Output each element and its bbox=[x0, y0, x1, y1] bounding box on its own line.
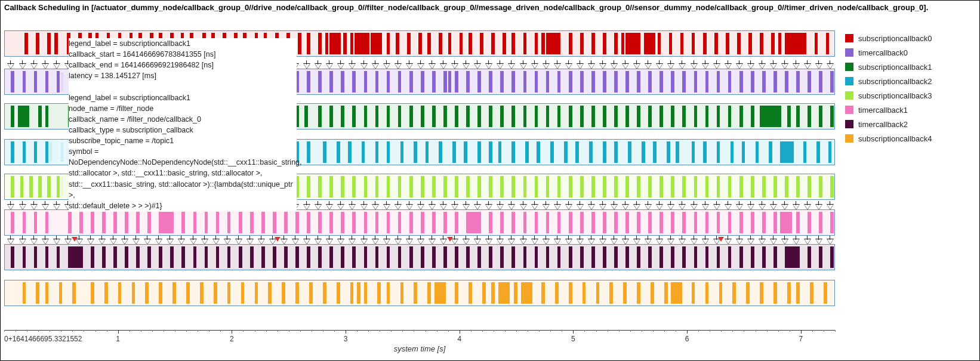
callback-span[interactable] bbox=[830, 212, 834, 233]
callback-span[interactable] bbox=[375, 212, 379, 233]
callback-span[interactable] bbox=[443, 71, 447, 92]
callback-span[interactable] bbox=[375, 176, 379, 198]
callback-span[interactable] bbox=[172, 282, 176, 304]
callback-span[interactable] bbox=[614, 71, 618, 92]
callback-span[interactable] bbox=[455, 71, 458, 92]
callback-span[interactable] bbox=[760, 33, 763, 54]
callback-span[interactable] bbox=[295, 71, 299, 92]
callback-span[interactable] bbox=[732, 282, 736, 304]
callback-span[interactable] bbox=[569, 106, 572, 127]
callback-span[interactable] bbox=[268, 282, 272, 304]
callback-span[interactable] bbox=[824, 282, 827, 304]
callback-span[interactable] bbox=[23, 141, 26, 163]
callback-span[interactable] bbox=[569, 71, 572, 92]
callback-span[interactable] bbox=[11, 71, 14, 92]
callback-span[interactable] bbox=[68, 212, 72, 233]
callback-span[interactable] bbox=[541, 282, 545, 304]
callback-span[interactable] bbox=[193, 246, 197, 268]
callback-span[interactable] bbox=[24, 33, 28, 54]
callback-span[interactable] bbox=[150, 33, 153, 54]
callback-span[interactable] bbox=[352, 71, 356, 92]
callback-span[interactable] bbox=[660, 71, 663, 92]
callback-span[interactable] bbox=[511, 212, 515, 233]
callback-span[interactable] bbox=[318, 106, 322, 127]
callback-span[interactable] bbox=[295, 282, 299, 304]
callback-span[interactable] bbox=[398, 176, 402, 198]
callback-span[interactable] bbox=[717, 141, 720, 163]
callback-span[interactable] bbox=[202, 33, 206, 54]
callback-span[interactable] bbox=[477, 106, 481, 127]
callback-span[interactable] bbox=[591, 246, 595, 268]
callback-span[interactable] bbox=[564, 141, 568, 163]
callback-span[interactable] bbox=[334, 33, 338, 54]
callback-span[interactable] bbox=[323, 141, 326, 163]
callback-span[interactable] bbox=[318, 176, 322, 198]
callback-span[interactable] bbox=[790, 33, 793, 54]
callback-span[interactable] bbox=[819, 176, 822, 198]
callback-span[interactable] bbox=[694, 212, 698, 233]
callback-span[interactable] bbox=[181, 33, 184, 54]
callback-span[interactable] bbox=[159, 212, 170, 233]
callback-span[interactable] bbox=[819, 106, 822, 127]
callback-span[interactable] bbox=[630, 33, 634, 54]
callback-span[interactable] bbox=[118, 33, 122, 54]
callback-span[interactable] bbox=[580, 176, 584, 198]
callback-span[interactable] bbox=[569, 212, 572, 233]
callback-span[interactable] bbox=[259, 106, 263, 127]
callback-span[interactable] bbox=[500, 212, 504, 233]
callback-span[interactable] bbox=[694, 71, 698, 92]
callback-span[interactable] bbox=[523, 246, 527, 268]
callback-span[interactable] bbox=[255, 282, 258, 304]
callback-span[interactable] bbox=[432, 106, 436, 127]
callback-span[interactable] bbox=[728, 106, 732, 127]
callback-span[interactable] bbox=[648, 71, 652, 92]
callback-span[interactable] bbox=[717, 246, 720, 268]
callback-span[interactable] bbox=[443, 212, 447, 233]
callback-span[interactable] bbox=[830, 71, 834, 92]
callback-span[interactable] bbox=[491, 33, 495, 54]
callback-span[interactable] bbox=[728, 246, 732, 268]
callback-span[interactable] bbox=[739, 176, 743, 198]
plot-area[interactable] bbox=[4, 20, 835, 330]
callback-span[interactable] bbox=[329, 176, 333, 198]
callback-span[interactable] bbox=[603, 71, 606, 92]
callback-span[interactable] bbox=[432, 212, 436, 233]
callback-span[interactable] bbox=[694, 246, 698, 268]
callback-span[interactable] bbox=[47, 33, 51, 54]
legend-item-timercallback2[interactable]: timercallback2 bbox=[845, 118, 970, 131]
callback-span[interactable] bbox=[38, 106, 42, 127]
callback-span[interactable] bbox=[78, 33, 82, 54]
callback-span[interactable] bbox=[762, 246, 766, 268]
callback-span[interactable] bbox=[341, 246, 344, 268]
callback-span[interactable] bbox=[307, 176, 310, 198]
callback-span[interactable] bbox=[102, 212, 106, 233]
callback-span[interactable] bbox=[157, 106, 161, 127]
callback-span[interactable] bbox=[307, 33, 310, 54]
callback-span[interactable] bbox=[557, 33, 561, 54]
callback-span[interactable] bbox=[11, 106, 14, 127]
callback-span[interactable] bbox=[778, 106, 782, 127]
callback-span[interactable] bbox=[751, 212, 754, 233]
callback-span[interactable] bbox=[528, 282, 531, 304]
callback-span[interactable] bbox=[503, 33, 506, 54]
callback-span[interactable] bbox=[796, 176, 800, 198]
callback-span[interactable] bbox=[660, 246, 663, 268]
callback-span[interactable] bbox=[91, 212, 94, 233]
callback-span[interactable] bbox=[810, 282, 813, 304]
callback-span[interactable] bbox=[803, 141, 807, 163]
callback-span[interactable] bbox=[20, 176, 24, 198]
callback-span[interactable] bbox=[45, 141, 49, 163]
callback-span[interactable] bbox=[746, 282, 750, 304]
callback-span[interactable] bbox=[136, 212, 140, 233]
callback-span[interactable] bbox=[603, 212, 606, 233]
callback-span[interactable] bbox=[682, 106, 686, 127]
callback-span[interactable] bbox=[443, 106, 447, 127]
legend-item-timercallback1[interactable]: timercallback1 bbox=[845, 103, 970, 116]
callback-span[interactable] bbox=[181, 212, 185, 233]
callback-span[interactable] bbox=[181, 246, 185, 268]
callback-span[interactable] bbox=[23, 71, 26, 92]
callback-span[interactable] bbox=[284, 212, 288, 233]
callback-span[interactable] bbox=[705, 176, 709, 198]
callback-span[interactable] bbox=[159, 282, 162, 304]
callback-span[interactable] bbox=[409, 71, 413, 92]
